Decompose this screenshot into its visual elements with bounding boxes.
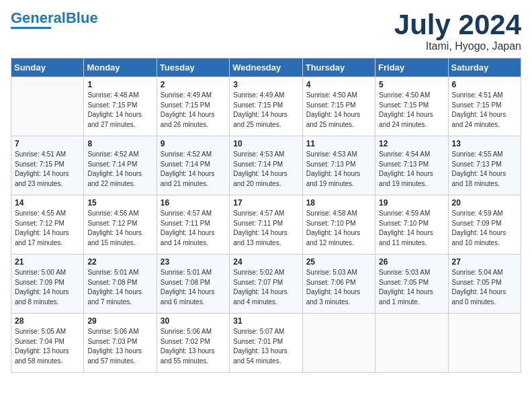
day-info: Sunrise: 4:55 AM Sunset: 7:13 PM Dayligh… [452,150,517,189]
day-number: 18 [306,198,371,208]
day-cell: 26Sunrise: 5:03 AM Sunset: 7:05 PM Dayli… [375,255,448,314]
day-cell: 15Sunrise: 4:56 AM Sunset: 7:12 PM Dayli… [84,195,157,255]
day-number: 24 [233,257,298,267]
day-info: Sunrise: 4:49 AM Sunset: 7:15 PM Dayligh… [233,91,298,130]
day-info: Sunrise: 4:53 AM Sunset: 7:14 PM Dayligh… [233,150,298,189]
day-info: Sunrise: 5:01 AM Sunset: 7:08 PM Dayligh… [161,268,226,307]
week-row-4: 21Sunrise: 5:00 AM Sunset: 7:09 PM Dayli… [11,255,521,314]
day-cell: 3Sunrise: 4:49 AM Sunset: 7:15 PM Daylig… [230,77,302,136]
day-cell [448,314,521,373]
day-number: 15 [87,198,152,208]
day-cell: 12Sunrise: 4:54 AM Sunset: 7:13 PM Dayli… [375,136,448,195]
day-number: 8 [87,139,152,148]
day-cell: 1Sunrise: 4:48 AM Sunset: 7:15 PM Daylig… [84,77,157,136]
day-number: 26 [379,257,444,267]
day-number: 14 [15,198,80,208]
day-number: 9 [161,139,226,148]
day-cell: 31Sunrise: 5:07 AM Sunset: 7:01 PM Dayli… [230,314,302,373]
day-number: 22 [87,257,152,267]
logo-general: General [11,9,66,26]
day-info: Sunrise: 4:54 AM Sunset: 7:13 PM Dayligh… [379,150,444,189]
day-info: Sunrise: 5:04 AM Sunset: 7:05 PM Dayligh… [452,268,517,307]
day-info: Sunrise: 5:03 AM Sunset: 7:05 PM Dayligh… [379,268,444,307]
day-info: Sunrise: 5:06 AM Sunset: 7:02 PM Dayligh… [161,327,226,366]
col-header-saturday: Saturday [448,58,521,77]
day-cell: 24Sunrise: 5:02 AM Sunset: 7:07 PM Dayli… [230,255,302,314]
logo-blue: Blue [66,9,98,26]
day-info: Sunrise: 5:00 AM Sunset: 7:09 PM Dayligh… [15,268,80,307]
col-header-friday: Friday [375,58,448,77]
logo-underline [11,27,51,29]
day-info: Sunrise: 4:49 AM Sunset: 7:15 PM Dayligh… [161,91,226,130]
day-info: Sunrise: 4:52 AM Sunset: 7:14 PM Dayligh… [161,150,226,189]
col-header-thursday: Thursday [302,58,375,77]
day-cell: 5Sunrise: 4:50 AM Sunset: 7:15 PM Daylig… [375,77,448,136]
day-info: Sunrise: 5:01 AM Sunset: 7:08 PM Dayligh… [87,268,152,307]
day-number: 12 [379,139,444,148]
day-number: 1 [87,80,152,89]
header: GeneralBlue July 2024 Itami, Hyogo, Japa… [11,11,521,52]
day-cell: 16Sunrise: 4:57 AM Sunset: 7:11 PM Dayli… [157,195,229,255]
day-info: Sunrise: 4:57 AM Sunset: 7:11 PM Dayligh… [161,209,226,248]
day-info: Sunrise: 4:51 AM Sunset: 7:15 PM Dayligh… [452,91,517,130]
day-number: 7 [15,139,80,148]
day-cell: 30Sunrise: 5:06 AM Sunset: 7:02 PM Dayli… [157,314,229,373]
title-area: July 2024 Itami, Hyogo, Japan [394,11,521,52]
day-cell: 7Sunrise: 4:51 AM Sunset: 7:15 PM Daylig… [11,136,84,195]
day-number: 16 [161,198,226,208]
day-cell: 25Sunrise: 5:03 AM Sunset: 7:06 PM Dayli… [302,255,375,314]
day-number: 23 [161,257,226,267]
day-info: Sunrise: 4:51 AM Sunset: 7:15 PM Dayligh… [15,150,80,189]
col-header-monday: Monday [84,58,157,77]
day-number: 13 [452,139,517,148]
day-number: 5 [379,80,444,89]
day-number: 20 [452,198,517,208]
day-number: 19 [379,198,444,208]
day-info: Sunrise: 4:58 AM Sunset: 7:10 PM Dayligh… [306,209,371,248]
day-number: 31 [233,316,298,326]
day-cell [302,314,375,373]
day-info: Sunrise: 4:52 AM Sunset: 7:14 PM Dayligh… [87,150,152,189]
day-cell: 8Sunrise: 4:52 AM Sunset: 7:14 PM Daylig… [84,136,157,195]
day-number: 17 [233,198,298,208]
day-cell: 20Sunrise: 4:59 AM Sunset: 7:09 PM Dayli… [448,195,521,255]
day-cell: 19Sunrise: 4:59 AM Sunset: 7:10 PM Dayli… [375,195,448,255]
day-info: Sunrise: 4:55 AM Sunset: 7:12 PM Dayligh… [15,209,80,248]
day-info: Sunrise: 4:50 AM Sunset: 7:15 PM Dayligh… [306,91,371,130]
day-cell: 27Sunrise: 5:04 AM Sunset: 7:05 PM Dayli… [448,255,521,314]
day-cell: 29Sunrise: 5:06 AM Sunset: 7:03 PM Dayli… [84,314,157,373]
day-number: 30 [161,316,226,326]
day-info: Sunrise: 5:02 AM Sunset: 7:07 PM Dayligh… [233,268,298,307]
day-number: 21 [15,257,80,267]
col-header-sunday: Sunday [11,58,84,77]
day-number: 11 [306,139,371,148]
day-cell: 14Sunrise: 4:55 AM Sunset: 7:12 PM Dayli… [11,195,84,255]
day-number: 10 [233,139,298,148]
day-cell: 9Sunrise: 4:52 AM Sunset: 7:14 PM Daylig… [157,136,229,195]
day-number: 4 [306,80,371,89]
day-cell: 13Sunrise: 4:55 AM Sunset: 7:13 PM Dayli… [448,136,521,195]
day-cell: 23Sunrise: 5:01 AM Sunset: 7:08 PM Dayli… [157,255,229,314]
day-info: Sunrise: 5:07 AM Sunset: 7:01 PM Dayligh… [233,327,298,366]
day-cell: 10Sunrise: 4:53 AM Sunset: 7:14 PM Dayli… [230,136,302,195]
col-header-wednesday: Wednesday [230,58,302,77]
day-info: Sunrise: 5:06 AM Sunset: 7:03 PM Dayligh… [87,327,152,366]
day-info: Sunrise: 4:59 AM Sunset: 7:10 PM Dayligh… [379,209,444,248]
day-cell: 2Sunrise: 4:49 AM Sunset: 7:15 PM Daylig… [157,77,229,136]
week-row-3: 14Sunrise: 4:55 AM Sunset: 7:12 PM Dayli… [11,195,521,255]
day-info: Sunrise: 4:57 AM Sunset: 7:11 PM Dayligh… [233,209,298,248]
day-number: 29 [87,316,152,326]
col-header-tuesday: Tuesday [157,58,229,77]
day-cell: 28Sunrise: 5:05 AM Sunset: 7:04 PM Dayli… [11,314,84,373]
location: Itami, Hyogo, Japan [394,40,521,52]
day-info: Sunrise: 4:53 AM Sunset: 7:13 PM Dayligh… [306,150,371,189]
day-cell: 22Sunrise: 5:01 AM Sunset: 7:08 PM Dayli… [84,255,157,314]
month-year: July 2024 [394,11,521,39]
header-row: SundayMondayTuesdayWednesdayThursdayFrid… [11,58,521,77]
day-number: 6 [452,80,517,89]
day-cell: 4Sunrise: 4:50 AM Sunset: 7:15 PM Daylig… [302,77,375,136]
week-row-5: 28Sunrise: 5:05 AM Sunset: 7:04 PM Dayli… [11,314,521,373]
week-row-2: 7Sunrise: 4:51 AM Sunset: 7:15 PM Daylig… [11,136,521,195]
day-number: 25 [306,257,371,267]
day-cell: 18Sunrise: 4:58 AM Sunset: 7:10 PM Dayli… [302,195,375,255]
